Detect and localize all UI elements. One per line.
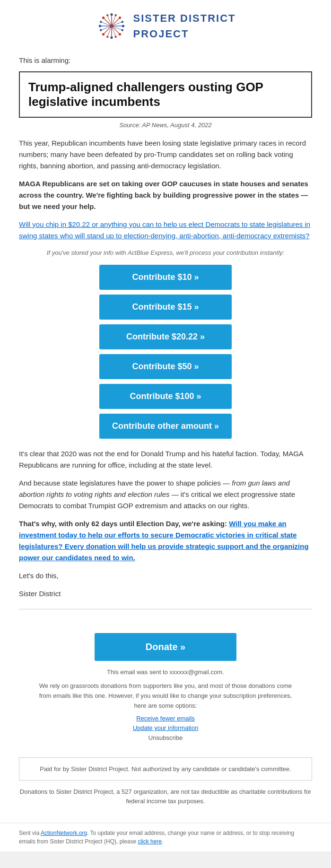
svg-point-2	[111, 13, 113, 16]
svg-line-15	[112, 26, 120, 35]
unsubscribe-text: Unsubscribe	[148, 734, 183, 741]
svg-point-24	[122, 29, 123, 31]
svg-point-32	[115, 36, 117, 38]
body-paragraph-1: This year, Republican incumbents have be…	[19, 138, 312, 172]
contribute-15-button[interactable]: Contribute $15 »	[99, 295, 232, 320]
svg-point-28	[115, 14, 117, 16]
svg-point-12	[119, 17, 121, 19]
svg-point-10	[102, 17, 105, 19]
contribute-2022-button[interactable]: Contribute $20.22 »	[99, 324, 232, 349]
body-paragraph-4: And because state legislatures have the …	[19, 477, 312, 512]
contribute-100-button[interactable]: Contribute $100 »	[99, 384, 232, 409]
svg-point-18	[100, 21, 102, 23]
contribute-50-button[interactable]: Contribute $50 »	[99, 354, 232, 379]
contribute-buttons-container: Contribute $10 » Contribute $15 » Contri…	[19, 265, 312, 439]
logo-line1: SISTER DISTRICT	[133, 10, 235, 26]
paragraph4-start: And because state legislatures have the …	[19, 479, 232, 487]
alarming-label: This is alarming:	[19, 55, 312, 66]
footer-text-end: .	[162, 838, 163, 845]
body-paragraph-2: MAGA Republicans are set on taking over …	[19, 178, 312, 212]
svg-line-19	[112, 22, 122, 26]
svg-point-22	[100, 29, 102, 31]
donate-section: Donate » This email was sent to xxxxxx@g…	[0, 628, 331, 823]
divider	[19, 609, 312, 609]
email-header: SISTER DISTRICT PROJECT	[0, 0, 331, 51]
svg-line-13	[104, 26, 112, 35]
svg-point-8	[122, 25, 124, 27]
svg-point-4	[111, 36, 113, 39]
paid-for-text: Paid for by Sister District Project. Not…	[40, 765, 291, 773]
source-text: Source: AP News, August 4, 2022	[19, 121, 312, 130]
headline-box: Trump-aligned challengers ousting GOP le…	[19, 71, 312, 118]
logo-container: SISTER DISTRICT PROJECT	[95, 9, 235, 43]
footer-text-start: Sent via	[19, 830, 41, 836]
main-content: This is alarming: Trump-aligned challeng…	[0, 51, 331, 629]
paid-for-box: Paid for by Sister District Project. Not…	[19, 757, 312, 781]
logo-icon	[95, 9, 128, 43]
svg-line-27	[112, 15, 116, 26]
svg-line-17	[101, 22, 112, 26]
headline-title: Trump-aligned challengers ousting GOP le…	[28, 80, 303, 109]
receive-fewer-link[interactable]: Receive fewer emails	[136, 715, 195, 722]
update-info-link[interactable]: Update your information	[133, 724, 199, 731]
body-paragraph-5: That's why, with only 62 days until Elec…	[19, 518, 312, 564]
body-paragraph-3: It's clear that 2020 was not the end for…	[19, 448, 312, 471]
tax-notice: Donations to Sister District Project, a …	[19, 787, 312, 806]
actblue-notice: If you've stored your info with ActBlue …	[19, 248, 312, 258]
svg-point-6	[99, 25, 101, 27]
paragraph5-start: That's why, with only 62 days until Elec…	[19, 520, 229, 528]
svg-line-21	[101, 26, 112, 30]
svg-line-23	[112, 26, 122, 30]
svg-line-25	[108, 15, 112, 26]
contribute-other-button[interactable]: Contribute other amount »	[99, 414, 232, 439]
closing-2: Sister District	[19, 588, 312, 599]
svg-line-31	[112, 26, 116, 37]
closing-1: Let's do this,	[19, 570, 312, 582]
svg-line-9	[104, 18, 112, 26]
logo-line2: PROJECT	[133, 26, 235, 42]
svg-line-11	[112, 18, 120, 26]
svg-line-29	[108, 26, 112, 37]
contribute-10-button[interactable]: Contribute $10 »	[99, 265, 232, 290]
email-notice: This email was sent to xxxxxx@gmail.com.	[38, 668, 293, 677]
svg-point-14	[102, 33, 105, 35]
bottom-footer: Sent via ActionNetwork.org. To update yo…	[0, 823, 331, 851]
donate-button[interactable]: Donate »	[95, 633, 236, 661]
svg-point-26	[107, 14, 109, 16]
logo-text: SISTER DISTRICT PROJECT	[133, 10, 235, 42]
cta-link[interactable]: Will you chip in $20.22 or anything you …	[19, 219, 312, 242]
svg-point-20	[122, 21, 123, 23]
click-here-link[interactable]: click here	[138, 838, 162, 845]
subscription-text: We rely on grassroots donations from sup…	[38, 681, 293, 711]
svg-point-30	[107, 36, 109, 38]
action-network-link[interactable]: ActionNetwork.org	[41, 830, 87, 836]
email-footer: This email was sent to xxxxxx@gmail.com.…	[19, 668, 312, 751]
svg-point-16	[119, 33, 121, 35]
